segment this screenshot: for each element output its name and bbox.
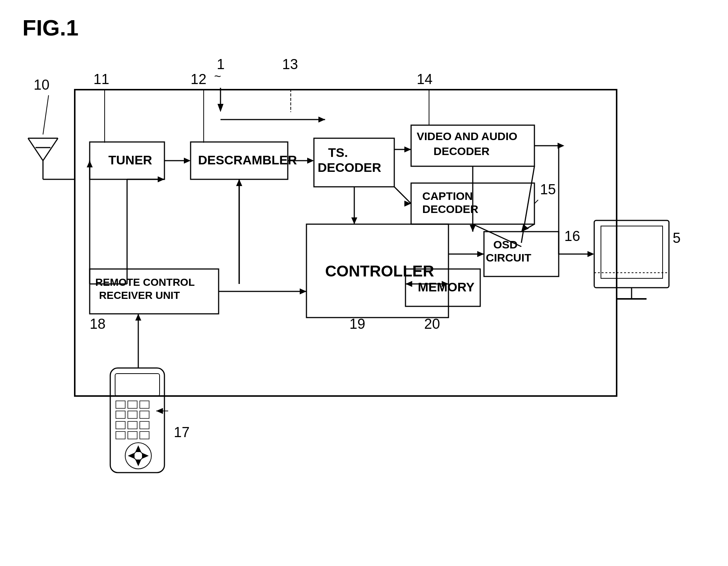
remote-dpad-center — [134, 451, 143, 460]
tv-box — [594, 220, 669, 288]
svg-line-16 — [394, 187, 411, 204]
remote-btn1 — [116, 401, 125, 408]
remote-ctrl-label1: REMOTE CONTROL — [95, 276, 195, 288]
arrow-ts-ctrl — [351, 217, 357, 224]
remote-btn2 — [128, 401, 137, 408]
arrow-ts-caption — [404, 201, 411, 207]
label-18: 18 — [90, 316, 105, 332]
label-19: 19 — [349, 316, 365, 332]
remote-btn9 — [140, 421, 149, 429]
fig-title: FIG.1 — [22, 15, 78, 40]
memory-label: MEMORY — [418, 280, 475, 294]
arrow-1-down — [218, 104, 223, 112]
caption-label2: DECODER — [422, 203, 478, 215]
remote-btn8 — [128, 421, 137, 429]
controller-label: CONTROLLER — [325, 262, 434, 280]
main-box — [75, 90, 617, 396]
remote-btn5 — [128, 411, 137, 418]
label-13: 13 — [282, 56, 298, 72]
label-1-tilde: ~ — [214, 69, 221, 83]
arrow-remote-ctrl — [300, 288, 306, 294]
remote-btn6 — [140, 411, 149, 418]
video-audio-label2: DECODER — [434, 145, 490, 157]
arrow-caption-osd — [521, 224, 529, 232]
diagram-container: FIG.1 10 1 ~ TUNER 11 DESCRAMBLER — [0, 0, 728, 566]
arrow-osd-tv — [587, 251, 594, 257]
svg-line-1 — [43, 138, 58, 161]
remote-btn11 — [128, 432, 137, 439]
arrow-1-ts — [318, 117, 325, 123]
arrow-ctrl-tuner2 — [87, 161, 93, 167]
remote-ctrl-label2: RECEIVER UNIT — [99, 290, 180, 301]
svg-line-6 — [43, 95, 49, 134]
video-audio-label1: VIDEO AND AUDIO — [417, 130, 517, 142]
arrow-ctrl-tuner — [158, 176, 164, 182]
arrow-ctrl-desc — [236, 179, 242, 186]
remote-btn10 — [116, 432, 125, 439]
label-17: 17 — [174, 424, 189, 440]
arrow-ctrl-osd — [477, 251, 484, 257]
ts-decoder-label2: DECODER — [318, 160, 381, 174]
remote-btn12 — [140, 432, 149, 439]
label-15: 15 — [540, 182, 556, 197]
remote-btn7 — [116, 421, 125, 429]
svg-line-0 — [28, 138, 43, 161]
tuner-label: TUNER — [108, 153, 152, 167]
label-10: 10 — [34, 77, 49, 93]
arrow-ts-video — [404, 146, 411, 152]
remote-display — [115, 374, 160, 396]
arrow-remote-up — [135, 314, 141, 321]
osd-label1: OSD — [493, 238, 518, 251]
label-12: 12 — [191, 71, 206, 87]
arrow-desc-ts — [307, 158, 314, 164]
label-16: 16 — [564, 228, 580, 244]
remote-btn4 — [116, 411, 125, 418]
remote-btn3 — [140, 401, 149, 408]
descrambler-label: DESCRAMBLER — [198, 153, 297, 167]
label-20: 20 — [424, 316, 440, 332]
label-5: 5 — [673, 230, 681, 246]
arrow-tuner-desc — [184, 158, 191, 164]
osd-label2: CIRCUIT — [486, 251, 531, 264]
tv-screen — [601, 226, 663, 278]
label-14: 14 — [417, 71, 432, 87]
caption-label1: CAPTION — [422, 190, 473, 202]
arrow-ctrl-mem-left — [405, 281, 412, 287]
arrow-17 — [156, 408, 163, 414]
remote-device — [110, 368, 164, 473]
ts-decoder-label1: TS. — [328, 145, 348, 160]
label-11: 11 — [93, 71, 109, 87]
